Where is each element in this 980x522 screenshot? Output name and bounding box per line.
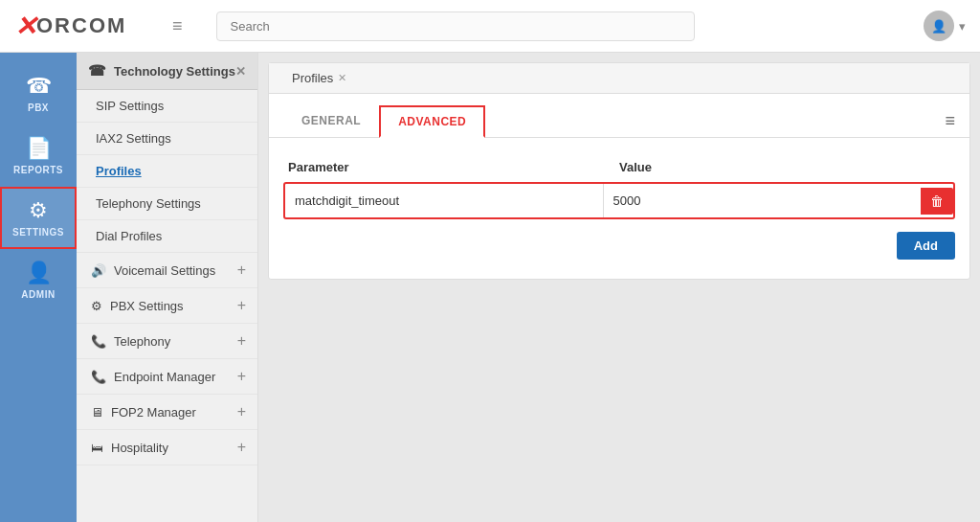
add-row-container: Add xyxy=(283,227,955,264)
main-layout: ☎ PBX 📄 REPORTS ⚙ SETTINGS 👤 ADMIN ☎ Tec… xyxy=(0,53,980,522)
reports-label: REPORTS xyxy=(13,165,63,175)
pbx-settings-expand-icon[interactable]: + xyxy=(237,297,246,314)
settings-icon: ⚙ xyxy=(29,198,48,223)
tab-general[interactable]: GENERAL xyxy=(283,105,379,138)
card-tabs: Profiles ✕ xyxy=(269,63,969,94)
pbx-icon: ☎ xyxy=(26,74,52,99)
user-menu[interactable]: 👤 ▾ xyxy=(924,11,966,41)
fop2-expand-icon[interactable]: + xyxy=(237,403,246,420)
search-container xyxy=(216,11,695,41)
delete-row-button[interactable]: 🗑 xyxy=(921,188,953,215)
sidebar-item-voicemail-settings[interactable]: 🔊 Voicemail Settings + xyxy=(77,253,257,288)
col-value-header: Value xyxy=(619,160,950,174)
avatar: 👤 xyxy=(924,11,954,41)
profiles-tab-close[interactable]: ✕ xyxy=(338,72,346,84)
sidebar-item-admin[interactable]: 👤 ADMIN xyxy=(0,249,77,311)
content-area: Profiles ✕ GENERAL ADVANCED ≡ xyxy=(258,53,980,522)
search-input[interactable] xyxy=(216,11,695,41)
sidebar-item-endpoint-manager[interactable]: 📞 Endpoint Manager + xyxy=(77,359,257,395)
logo-x-icon: ✕ xyxy=(14,11,36,42)
voicemail-icon: 🔊 xyxy=(91,263,106,278)
admin-icon: 👤 xyxy=(26,261,52,285)
settings-label: SETTINGS xyxy=(12,227,64,238)
sidebar-item-sip-settings[interactable]: SIP Settings xyxy=(77,90,257,123)
table-header: Parameter Value xyxy=(283,152,955,182)
profiles-tab-label: Profiles xyxy=(292,71,333,85)
params-table: Parameter Value 🗑 Add xyxy=(269,138,969,279)
telephony-expand-icon[interactable]: + xyxy=(237,332,246,350)
sidebar-item-telephony[interactable]: 📞 Telephony + xyxy=(77,324,257,359)
table-row: 🗑 xyxy=(283,182,955,219)
param-input[interactable] xyxy=(285,186,603,216)
header: ✕ ORCOM ≡ 👤 ▾ xyxy=(0,0,980,53)
hospitality-icon: 🛏 xyxy=(91,441,103,455)
section-close-icon[interactable]: ✕ xyxy=(235,64,246,79)
sidebar-item-reports[interactable]: 📄 REPORTS xyxy=(0,125,77,187)
profiles-tab[interactable]: Profiles ✕ xyxy=(278,63,360,93)
sidebar-item-iax2-settings[interactable]: IAX2 Settings xyxy=(77,123,257,155)
hospitality-expand-icon[interactable]: + xyxy=(237,439,246,456)
logo-text: ORCOM xyxy=(36,13,126,38)
add-button[interactable]: Add xyxy=(897,232,955,260)
admin-label: ADMIN xyxy=(21,289,55,300)
sidebar-item-fop2-manager[interactable]: 🖥 FOP2 Manager + xyxy=(77,395,257,430)
col-param-header: Parameter xyxy=(288,160,619,174)
sidebar-item-hospitality[interactable]: 🛏 Hospitality + xyxy=(77,430,257,465)
menu-icon[interactable]: ≡ xyxy=(172,16,183,36)
telephony-icon: 📞 xyxy=(91,334,106,349)
content-card: Profiles ✕ GENERAL ADVANCED ≡ xyxy=(268,62,970,280)
fop2-icon: 🖥 xyxy=(91,405,103,420)
sidebar-item-pbx[interactable]: ☎ PBX xyxy=(0,62,77,125)
sidebar-item-pbx-settings[interactable]: ⚙ PBX Settings + xyxy=(77,288,257,324)
sidebar-menu: ☎ Technology Settings ✕ SIP Settings IAX… xyxy=(77,53,258,522)
sidebar-icons: ☎ PBX 📄 REPORTS ⚙ SETTINGS 👤 ADMIN xyxy=(0,53,77,522)
sidebar-item-settings[interactable]: ⚙ SETTINGS xyxy=(0,187,77,249)
content-tabs: GENERAL ADVANCED xyxy=(283,105,485,137)
sidebar-item-telephony-settings[interactable]: Telephony Settings xyxy=(77,188,257,220)
content-tabs-bar: GENERAL ADVANCED ≡ xyxy=(269,94,969,138)
logo: ✕ ORCOM xyxy=(14,11,148,42)
sidebar-section-title: ☎ Technology Settings ✕ xyxy=(77,53,257,90)
value-input[interactable] xyxy=(604,186,922,216)
section-title-text: Technology Settings xyxy=(114,64,235,79)
voicemail-expand-icon[interactable]: + xyxy=(237,261,246,279)
list-view-icon[interactable]: ≡ xyxy=(945,111,955,131)
endpoint-expand-icon[interactable]: + xyxy=(237,368,246,385)
reports-icon: 📄 xyxy=(26,136,52,161)
sidebar-item-profiles[interactable]: Profiles xyxy=(77,155,257,188)
sidebar-item-dial-profiles[interactable]: Dial Profiles xyxy=(77,220,257,253)
pbx-settings-icon: ⚙ xyxy=(91,299,102,313)
section-phone-icon: ☎ xyxy=(88,62,106,79)
pbx-label: PBX xyxy=(28,102,49,113)
tab-advanced[interactable]: ADVANCED xyxy=(379,105,485,138)
chevron-down-icon: ▾ xyxy=(959,19,966,34)
endpoint-icon: 📞 xyxy=(91,370,106,384)
